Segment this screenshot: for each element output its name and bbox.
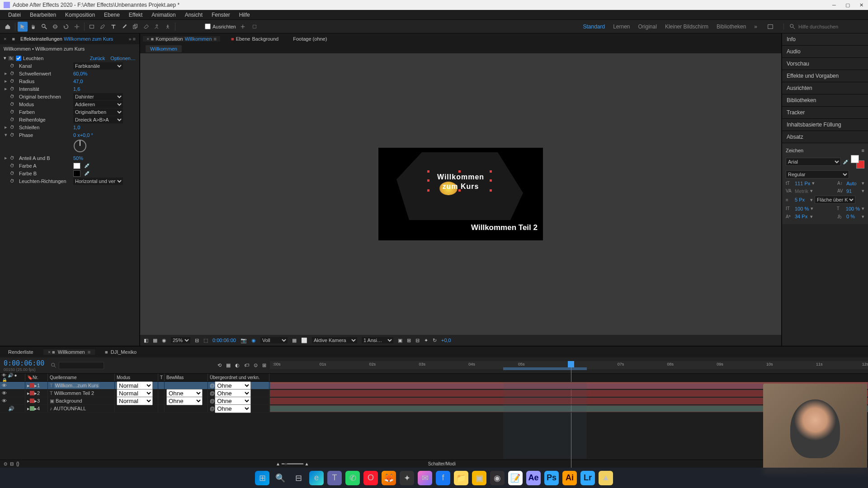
audio-icon[interactable]: 🔊 <box>8 406 14 412</box>
reihen-select[interactable]: Dreieck A>B>A <box>73 116 123 123</box>
tl-icon-1[interactable]: ⟲ <box>217 362 222 368</box>
help-search-input[interactable] <box>798 24 862 29</box>
phase-dial[interactable] <box>74 140 86 152</box>
hscale-value[interactable]: 100 % <box>846 206 860 211</box>
snap-opt2-icon[interactable] <box>250 22 259 32</box>
fx-enable-checkbox[interactable] <box>16 56 21 61</box>
pickwhip-icon[interactable]: @ <box>210 406 215 411</box>
taskbar-ae-icon[interactable]: Ae <box>526 471 541 485</box>
maximize-button[interactable]: ▢ <box>844 2 851 8</box>
color-a-swatch[interactable] <box>73 163 80 169</box>
stroke-value[interactable]: 5 Px <box>795 197 808 202</box>
puppet-tool-icon[interactable] <box>163 22 173 32</box>
vf-icon4[interactable]: ✦ <box>424 338 428 343</box>
farben-select[interactable]: Originalfarben <box>73 108 123 116</box>
taskbar-app2-icon[interactable]: ▣ <box>472 471 486 485</box>
richtungen-select[interactable]: Horizontal und vert <box>73 178 123 185</box>
stopwatch-icon[interactable]: ⏱ <box>10 132 15 137</box>
kanal-select[interactable]: Farbkanäle <box>73 62 123 70</box>
panel-info[interactable]: Info <box>782 33 868 46</box>
intensitat-value[interactable]: 1,6 <box>73 86 80 92</box>
eyedropper-icon[interactable]: 💉 <box>843 159 849 165</box>
text-layer-2[interactable]: Willkommen Teil 2 <box>471 223 538 232</box>
layer-color-swatch[interactable] <box>30 383 34 388</box>
clone-tool-icon[interactable] <box>130 22 140 32</box>
tl-icon-3[interactable]: ◐ <box>235 362 240 368</box>
timeline-timecode[interactable]: 0:00:06:00 <box>4 359 44 367</box>
timeline-search-input[interactable] <box>59 362 104 369</box>
rect-tool-icon[interactable] <box>87 22 97 32</box>
mask-icon[interactable]: ◉ <box>162 338 166 343</box>
schalter-modi-toggle[interactable]: Schalter/Modi <box>428 461 456 466</box>
stroke-option-select[interactable]: Fläche über Kon… <box>815 196 855 204</box>
eraser-tool-icon[interactable] <box>141 22 151 32</box>
mode-select[interactable]: Normal <box>117 397 153 405</box>
schwelle-value[interactable]: 60,0% <box>73 71 87 76</box>
res-icon[interactable]: ⊟ <box>195 338 199 343</box>
tl-footer-icon3[interactable]: {} <box>16 461 19 466</box>
panel-fullung[interactable]: Inhaltsbasierte Füllung <box>782 119 868 131</box>
tsume-value[interactable]: 0 % <box>846 214 860 219</box>
stopwatch-icon[interactable]: ⏱ <box>10 63 15 68</box>
fontsize-value[interactable]: 111 Px <box>795 181 810 186</box>
tl-icon-4[interactable]: 🏷 <box>244 362 249 368</box>
taskbar-opera-icon[interactable]: O <box>363 471 378 485</box>
stopwatch-icon[interactable]: ⏱ <box>10 178 15 183</box>
tab-willkommen[interactable]: × ■Willkommen≡ <box>43 349 95 355</box>
menu-datei[interactable]: Datei <box>4 12 25 18</box>
taskbar-whatsapp-icon[interactable]: ✆ <box>345 471 360 485</box>
eye-icon[interactable]: 👁 <box>2 390 7 396</box>
menu-ansicht[interactable]: Ansicht <box>180 12 207 18</box>
zoom-tool-icon[interactable] <box>39 22 49 32</box>
selection-tool-icon[interactable] <box>18 22 28 32</box>
stopwatch-icon[interactable]: ⏱ <box>10 125 15 130</box>
comp-tab-footage[interactable]: Footage (ohne) <box>289 36 330 42</box>
menu-hilfe[interactable]: Hilfe <box>235 12 255 18</box>
taskbar-teams-icon[interactable]: T <box>327 471 342 485</box>
view-select[interactable]: 1 Ansi… <box>362 337 393 343</box>
radius-value[interactable]: 47,0 <box>73 79 83 84</box>
layer-name[interactable]: Willkom…zum Kurs <box>54 383 99 388</box>
panel-effekte[interactable]: Effekte und Vorgaben <box>782 70 868 82</box>
workspace-klein[interactable]: Kleiner Bildschirm <box>665 23 708 30</box>
snapping-checkbox[interactable] <box>205 23 211 29</box>
anteil-value[interactable]: 50% <box>73 155 83 161</box>
layer-name[interactable]: AUTOUNFALL <box>54 406 86 411</box>
twirl-icon[interactable]: ▾ <box>4 55 6 61</box>
taskbar-obs-icon[interactable]: ◉ <box>490 471 505 485</box>
panel-absatz[interactable]: Absatz <box>782 131 868 143</box>
fx-badge-icon[interactable]: fx <box>8 56 14 61</box>
taskbar-ai-icon[interactable]: Ai <box>562 471 577 485</box>
taskbar-explorer-icon[interactable]: 📁 <box>454 471 468 485</box>
snapshot-icon[interactable]: 📷 <box>241 338 247 343</box>
stopwatch-icon[interactable]: ⏱ <box>10 71 15 76</box>
panel-bibliotheken[interactable]: Bibliotheken <box>782 94 868 107</box>
pickwhip-icon[interactable]: @ <box>210 390 215 396</box>
pen-tool-icon[interactable] <box>98 22 108 32</box>
rotate-tool-icon[interactable] <box>61 22 71 32</box>
taskbar-facebook-icon[interactable]: f <box>436 471 450 485</box>
stopwatch-icon[interactable]: ⏱ <box>10 163 15 168</box>
roto-tool-icon[interactable] <box>152 22 162 32</box>
layer-color-swatch[interactable] <box>30 406 34 411</box>
brush-tool-icon[interactable] <box>119 22 129 32</box>
workspace-toggle-icon[interactable] <box>765 22 775 32</box>
modus-select[interactable]: Addieren <box>73 101 123 108</box>
minimize-button[interactable]: ─ <box>831 2 837 8</box>
vf-icon1[interactable]: ▣ <box>398 338 402 343</box>
panel-zeichen-title[interactable]: Zeichen <box>786 148 803 153</box>
workspace-lernen[interactable]: Lernen <box>613 23 630 30</box>
font-style-select[interactable]: Regular <box>786 170 849 178</box>
playhead[interactable] <box>568 361 574 367</box>
tl-footer-icon1[interactable]: ⊙ <box>4 461 7 466</box>
layer-name[interactable]: Background <box>56 398 82 404</box>
roi-icon[interactable]: ⬚ <box>203 338 208 343</box>
font-family-select[interactable]: Arial <box>786 158 841 166</box>
panel-ausrichten[interactable]: Ausrichten <box>782 82 868 94</box>
work-area-bar[interactable] <box>503 367 587 370</box>
phase-value[interactable]: 0 x+0,0 ° <box>73 132 93 138</box>
stopwatch-icon[interactable]: ⏱ <box>10 94 15 99</box>
taskbar-edge-icon[interactable]: e <box>309 471 324 485</box>
parent-select[interactable]: Ohne <box>215 404 251 413</box>
grid-icon[interactable]: ▦ <box>153 338 157 343</box>
